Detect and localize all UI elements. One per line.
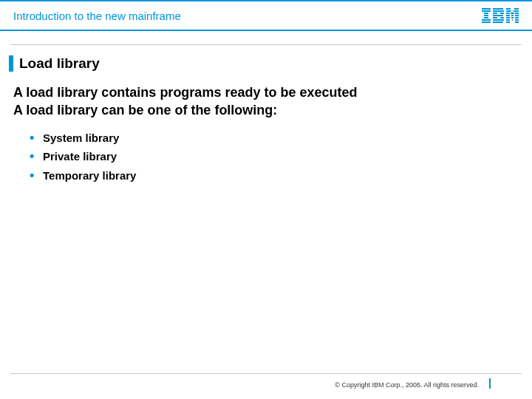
svg-rect-20 xyxy=(506,13,510,14)
svg-rect-29 xyxy=(506,19,510,21)
svg-rect-12 xyxy=(493,17,497,18)
svg-rect-18 xyxy=(506,10,511,12)
svg-rect-7 xyxy=(493,8,503,10)
svg-rect-22 xyxy=(515,13,519,14)
svg-rect-11 xyxy=(493,15,503,16)
svg-rect-4 xyxy=(484,17,488,18)
svg-rect-9 xyxy=(493,13,497,14)
lead-line-2: A load library can be one of the followi… xyxy=(13,101,519,119)
svg-rect-15 xyxy=(493,21,503,23)
header-bar: Introduction to the new mainframe xyxy=(0,0,532,31)
footer-divider xyxy=(10,373,522,374)
slide-title: Load library xyxy=(19,55,100,72)
svg-rect-2 xyxy=(484,13,488,14)
svg-rect-19 xyxy=(514,10,519,12)
svg-rect-30 xyxy=(512,19,513,21)
list-item: Private library xyxy=(30,147,519,166)
svg-rect-5 xyxy=(482,19,491,21)
ibm-logo-icon xyxy=(482,8,519,23)
svg-rect-13 xyxy=(500,17,504,18)
svg-rect-23 xyxy=(506,15,510,16)
lead-line-1: A load library contains programs ready t… xyxy=(13,83,519,101)
footer-row: © Copyright IBM Corp., 2005. All rights … xyxy=(10,381,522,389)
footer-accent-tick xyxy=(489,378,491,389)
svg-rect-27 xyxy=(511,17,514,18)
title-accent-bar xyxy=(9,55,13,72)
svg-rect-24 xyxy=(511,15,514,16)
svg-rect-33 xyxy=(515,21,519,23)
list-item: Temporary library xyxy=(30,166,519,185)
svg-rect-3 xyxy=(484,15,488,16)
header-title: Introduction to the new mainframe xyxy=(13,10,181,22)
svg-rect-8 xyxy=(493,10,504,12)
top-divider xyxy=(10,44,522,45)
slide-body: A load library contains programs ready t… xyxy=(13,83,519,185)
svg-rect-0 xyxy=(482,8,491,10)
svg-rect-16 xyxy=(506,8,511,10)
svg-rect-32 xyxy=(506,21,510,23)
bullet-list: System library Private library Temporary… xyxy=(30,129,519,185)
footer: © Copyright IBM Corp., 2005. All rights … xyxy=(10,373,522,389)
list-item: System library xyxy=(30,129,519,148)
copyright-text: © Copyright IBM Corp., 2005. All rights … xyxy=(335,381,479,389)
svg-rect-10 xyxy=(500,13,504,14)
svg-rect-14 xyxy=(493,19,504,21)
svg-rect-31 xyxy=(515,19,519,21)
svg-rect-28 xyxy=(515,17,519,18)
svg-rect-25 xyxy=(515,15,519,16)
slide-title-wrap: Load library xyxy=(9,55,532,72)
svg-rect-1 xyxy=(482,10,491,12)
svg-rect-21 xyxy=(511,13,514,14)
svg-rect-17 xyxy=(514,8,519,10)
svg-rect-6 xyxy=(482,21,491,23)
svg-rect-26 xyxy=(506,17,510,18)
